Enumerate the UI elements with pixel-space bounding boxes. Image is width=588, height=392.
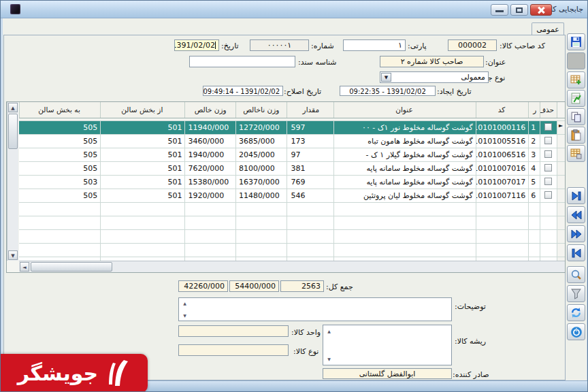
cell-to-hall[interactable]: 505	[19, 189, 100, 202]
scroll-down-button[interactable]: ▼	[8, 250, 18, 260]
notes-scroll-up-icon[interactable]: ▲	[181, 300, 189, 306]
cell-title[interactable]: گوشت گوساله مخلوط نور ۱ک - ۰۰	[333, 121, 476, 134]
cell-from-hall[interactable]: 501	[100, 189, 184, 202]
root-scroll-up-icon[interactable]: ▲	[325, 328, 333, 334]
cell-net[interactable]: 11940/000	[184, 121, 235, 134]
col-header-code[interactable]: کد	[476, 102, 529, 118]
delete-row-button[interactable]	[567, 145, 585, 162]
minimize-button[interactable]	[491, 4, 508, 16]
post-row-button[interactable]	[567, 90, 585, 107]
cell-to-hall[interactable]: 505	[19, 162, 100, 175]
add-row-button[interactable]	[567, 71, 585, 88]
delete-checkbox[interactable]	[540, 135, 557, 148]
tab-general[interactable]: عمومی	[532, 22, 564, 35]
notes-textarea[interactable]: ▲ ▼	[178, 297, 452, 321]
col-header-title[interactable]: عنوان	[333, 102, 476, 118]
cell-to-hall[interactable]: 503	[19, 176, 100, 189]
cell-from-hall[interactable]: 501	[100, 121, 184, 134]
date-field[interactable]: 1391/02/02	[174, 39, 219, 51]
table-row[interactable]: 5 010101007017 گوشت گوساله مخلوط سامانه …	[19, 176, 565, 189]
root-scroll-down-icon[interactable]: ▼	[325, 356, 333, 362]
delete-checkbox[interactable]	[540, 148, 557, 161]
cell-from-hall[interactable]: 501	[100, 148, 184, 161]
notes-scroll-down-icon[interactable]: ▼	[181, 312, 189, 318]
cell-qty[interactable]: 769	[287, 176, 334, 189]
col-header-net[interactable]: وزن خالص	[184, 102, 235, 118]
power-button[interactable]	[567, 323, 585, 340]
chevron-down-icon[interactable]: ▼	[381, 73, 391, 82]
move-type-combobox[interactable]: معمولی ▼	[380, 71, 489, 83]
cell-from-hall[interactable]: 501	[100, 135, 184, 148]
cell-code[interactable]: 010101007017	[476, 176, 529, 189]
cell-from-hall[interactable]: 501	[100, 176, 184, 189]
cell-title[interactable]: گوشت گوساله مخلوط هامون تباه	[333, 135, 476, 148]
maximize-button[interactable]	[510, 4, 528, 16]
nav-next-button[interactable]	[567, 225, 585, 242]
table-row[interactable]: 4 010101007016 گوشت گوساله مخلوط سامانه …	[19, 162, 565, 176]
cell-net[interactable]: 1920/000	[184, 189, 235, 202]
cell-title[interactable]: گوشت گوساله مخلوط گیلار ۱ ک -	[333, 148, 476, 161]
cell-qty[interactable]: 381	[287, 162, 334, 175]
cell-gross[interactable]: 8100/000	[235, 162, 287, 175]
copy-button[interactable]	[567, 108, 585, 125]
vscroll-thumb[interactable]	[8, 114, 18, 149]
cell-gross[interactable]: 16370/000	[235, 176, 287, 189]
cell-gross[interactable]: 3685/000	[235, 135, 287, 148]
cell-to-hall[interactable]: 505	[19, 135, 100, 148]
cell-gross[interactable]: 12720/000	[235, 121, 287, 134]
cell-to-hall[interactable]: 505	[19, 121, 100, 134]
cell-gross[interactable]: 2045/000	[235, 148, 287, 161]
doc-id-field[interactable]	[189, 56, 295, 67]
cell-qty[interactable]: 97	[287, 148, 334, 161]
nav-first-button[interactable]	[567, 244, 585, 261]
cell-from-hall[interactable]: 501	[100, 162, 184, 175]
table-row[interactable]: 3 010101006516 گوشت گوساله مخلوط گیلار ۱…	[19, 148, 565, 162]
cell-qty[interactable]: 546	[287, 189, 334, 202]
blank-button[interactable]	[567, 52, 585, 69]
grid-horizontal-scrollbar[interactable]: ◄	[19, 261, 565, 272]
col-header-from-hall[interactable]: از بخش سالن	[100, 102, 184, 118]
table-row[interactable]: 6 010101007116 گوشت گوساله مخلوط لیان پر…	[19, 189, 565, 203]
cell-title[interactable]: گوشت گوساله مخلوط سامانه پایه	[333, 176, 476, 189]
cell-to-hall[interactable]: 505	[19, 148, 100, 161]
cell-code[interactable]: 010101006516	[476, 148, 529, 161]
table-row[interactable]: 2 010101005516 گوشت گوساله مخلوط هامون ت…	[19, 135, 565, 148]
col-header-row[interactable]: ر	[528, 102, 540, 118]
cell-gross[interactable]: 11480/000	[235, 189, 287, 202]
cell-qty[interactable]: 597	[287, 121, 334, 134]
col-header-delete[interactable]: حذف	[540, 102, 557, 118]
delete-checkbox[interactable]	[540, 162, 557, 175]
delete-checkbox[interactable]	[540, 121, 557, 134]
paste-button[interactable]	[567, 127, 585, 144]
close-button[interactable]	[530, 4, 552, 16]
delete-checkbox[interactable]	[540, 176, 557, 189]
col-header-to-hall[interactable]: به بخش سالن	[19, 102, 100, 118]
nav-last-button[interactable]	[567, 187, 585, 204]
cell-title[interactable]: گوشت گوساله مخلوط سامانه پایه	[333, 162, 476, 175]
refresh-button[interactable]	[567, 304, 585, 321]
cell-qty[interactable]: 173	[287, 135, 334, 148]
col-header-gross[interactable]: وزن ناخالص	[235, 102, 287, 118]
preview-button[interactable]	[567, 266, 585, 283]
cell-code[interactable]: 010101000116	[476, 121, 529, 134]
cell-net[interactable]: 15380/000	[184, 176, 235, 189]
col-header-qty[interactable]: مقدار	[287, 102, 334, 118]
table-row[interactable]: ► 1 010101000116 گوشت گوساله مخلوط نور ۱…	[19, 121, 565, 135]
hscroll-thumb[interactable]	[31, 262, 112, 272]
cell-net[interactable]: 1940/000	[184, 148, 235, 161]
save-button[interactable]	[567, 33, 585, 50]
cell-title[interactable]: گوشت گوساله مخلوط لیان پروتئین	[333, 189, 476, 202]
cell-net[interactable]: 3460/000	[184, 135, 235, 148]
delete-checkbox[interactable]	[540, 189, 557, 202]
cell-code[interactable]: 010101007016	[476, 162, 529, 175]
scroll-left-button[interactable]: ◄	[20, 262, 29, 272]
scroll-up-button[interactable]: ▲	[8, 103, 18, 112]
filter-button[interactable]	[567, 285, 585, 302]
cell-net[interactable]: 7620/000	[184, 162, 235, 175]
nav-prev-button[interactable]	[567, 206, 585, 223]
cell-code[interactable]: 010101007116	[476, 189, 529, 202]
party-field[interactable]: ۱	[343, 39, 406, 51]
grid-vertical-scrollbar[interactable]: ▲ ▼	[7, 102, 18, 261]
cell-code[interactable]: 010101005516	[476, 135, 529, 148]
root-listbox[interactable]: ▲ ▼	[323, 325, 452, 365]
